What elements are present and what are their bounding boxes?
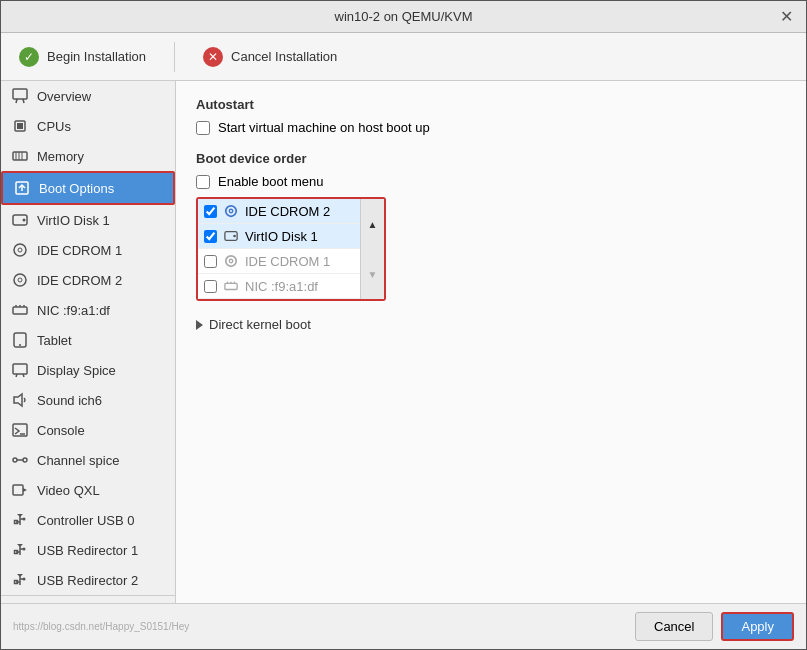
sidebar-item-nic[interactable]: NIC :f9:a1:df	[1, 295, 175, 325]
sidebar-item-console[interactable]: Console	[1, 415, 175, 445]
boot-item-label-0: IDE CDROM 2	[245, 204, 330, 219]
boot-item-checkbox-1[interactable]	[204, 230, 217, 243]
direct-kernel-section[interactable]: Direct kernel boot	[196, 317, 786, 332]
check-icon: ✓	[19, 47, 39, 67]
sidebar: Overview CPUs Memory Boot	[1, 81, 176, 603]
cancel-installation-label: Cancel Installation	[231, 49, 337, 64]
expand-triangle-icon	[196, 320, 203, 330]
svg-rect-17	[13, 307, 27, 314]
svg-marker-35	[17, 514, 23, 517]
svg-point-16	[18, 278, 22, 282]
boot-list-item[interactable]: VirtIO Disk 1	[198, 224, 360, 249]
window-title: win10-2 on QEMU/KVM	[31, 9, 776, 24]
cancel-installation-button[interactable]: ✕ Cancel Installation	[195, 43, 345, 71]
toolbar-separator	[174, 42, 175, 72]
svg-rect-5	[13, 152, 27, 160]
optical-icon-2	[11, 271, 29, 289]
svg-point-55	[233, 235, 236, 238]
bottom-bar: https://blog.csdn.net/Happy_S0151/Hey Ca…	[1, 603, 806, 649]
apply-button[interactable]: Apply	[721, 612, 794, 641]
usb-icon-2	[11, 571, 29, 589]
sidebar-item-controller-usb[interactable]: Controller USB 0	[1, 505, 175, 535]
svg-point-43	[23, 548, 26, 551]
boot-arrow-down-button[interactable]: ▼	[361, 249, 384, 299]
svg-rect-58	[225, 283, 237, 289]
sidebar-label-usb-redirector-2: USB Redirector 2	[37, 573, 138, 588]
sidebar-label-console: Console	[37, 423, 85, 438]
sidebar-item-virtio-disk-1[interactable]: VirtIO Disk 1	[1, 205, 175, 235]
video-icon	[11, 481, 29, 499]
tablet-icon	[11, 331, 29, 349]
svg-rect-23	[13, 364, 27, 374]
autostart-checkbox[interactable]	[196, 121, 210, 135]
boot-list-item[interactable]: NIC :f9:a1:df	[198, 274, 360, 299]
svg-rect-4	[17, 123, 23, 129]
boot-item-checkbox-3[interactable]	[204, 280, 217, 293]
cpu-icon	[11, 117, 29, 135]
boot-list-item[interactable]: IDE CDROM 2	[198, 199, 360, 224]
cancel-button[interactable]: Cancel	[635, 612, 713, 641]
svg-point-12	[23, 219, 26, 222]
sidebar-item-boot-options[interactable]: Boot Options	[1, 171, 175, 205]
usb-icon-1	[11, 541, 29, 559]
svg-line-24	[16, 374, 17, 377]
main-window: win10-2 on QEMU/KVM ✕ ✓ Begin Installati…	[0, 0, 807, 650]
svg-point-15	[14, 274, 26, 286]
sidebar-label-ide-cdrom-1: IDE CDROM 1	[37, 243, 122, 258]
boot-item-label-3: NIC :f9:a1:df	[245, 279, 318, 294]
autostart-label: Start virtual machine on host boot up	[218, 120, 430, 135]
boot-device-order-title: Boot device order	[196, 151, 786, 166]
boot-item-checkbox-2[interactable]	[204, 255, 217, 268]
sidebar-item-overview[interactable]: Overview	[1, 81, 175, 111]
disk-icon	[11, 211, 29, 229]
boot-list-item[interactable]: IDE CDROM 1	[198, 249, 360, 274]
boot-item-checkbox-0[interactable]	[204, 205, 217, 218]
sidebar-item-video-qxl[interactable]: Video QXL	[1, 475, 175, 505]
svg-point-53	[229, 209, 233, 213]
svg-line-25	[23, 374, 24, 377]
svg-line-1	[16, 99, 17, 103]
sidebar-label-channel-spice: Channel spice	[37, 453, 119, 468]
sidebar-item-channel-spice[interactable]: Channel spice	[1, 445, 175, 475]
close-button[interactable]: ✕	[776, 7, 796, 27]
begin-installation-button[interactable]: ✓ Begin Installation	[11, 43, 154, 71]
svg-point-57	[229, 259, 233, 263]
usb-icon-0	[11, 511, 29, 529]
sidebar-label-tablet: Tablet	[37, 333, 72, 348]
sidebar-label-display-spice: Display Spice	[37, 363, 116, 378]
display-icon	[11, 361, 29, 379]
sidebar-item-ide-cdrom-2[interactable]: IDE CDROM 2	[1, 265, 175, 295]
content-area: Autostart Start virtual machine on host …	[176, 81, 806, 603]
sidebar-item-cpus[interactable]: CPUs	[1, 111, 175, 141]
nic-icon	[11, 301, 29, 319]
autostart-section-title: Autostart	[196, 97, 786, 112]
boot-arrow-up-button[interactable]: ▲	[361, 199, 384, 249]
sidebar-footer: Add Hardware	[1, 595, 175, 603]
boot-item-label-2: IDE CDROM 1	[245, 254, 330, 269]
optical-icon-1	[11, 241, 29, 259]
boot-disk-icon-1	[223, 228, 239, 244]
watermark: https://blog.csdn.net/Happy_S0151/Hey	[13, 621, 189, 632]
boot-device-order-section: Boot device order Enable boot menu	[196, 151, 786, 301]
sidebar-label-overview: Overview	[37, 89, 91, 104]
main-content: Overview CPUs Memory Boot	[1, 81, 806, 603]
sidebar-label-controller-usb: Controller USB 0	[37, 513, 135, 528]
sidebar-item-tablet[interactable]: Tablet	[1, 325, 175, 355]
enable-boot-menu-label: Enable boot menu	[218, 174, 324, 189]
sidebar-label-virtio-disk-1: VirtIO Disk 1	[37, 213, 110, 228]
sidebar-item-usb-redirector-2[interactable]: USB Redirector 2	[1, 565, 175, 595]
svg-point-49	[23, 578, 26, 581]
direct-kernel-label: Direct kernel boot	[209, 317, 311, 332]
sidebar-item-memory[interactable]: Memory	[1, 141, 175, 171]
sidebar-item-ide-cdrom-1[interactable]: IDE CDROM 1	[1, 235, 175, 265]
boot-order-box: IDE CDROM 2 VirtIO Disk 1	[196, 197, 386, 301]
svg-marker-33	[23, 488, 27, 492]
svg-point-37	[23, 518, 26, 521]
svg-point-14	[18, 248, 22, 252]
sidebar-item-display-spice[interactable]: Display Spice	[1, 355, 175, 385]
sidebar-item-usb-redirector-1[interactable]: USB Redirector 1	[1, 535, 175, 565]
sidebar-item-sound-ich6[interactable]: Sound ich6	[1, 385, 175, 415]
enable-boot-menu-checkbox[interactable]	[196, 175, 210, 189]
boot-icon	[13, 179, 31, 197]
svg-point-52	[226, 206, 237, 217]
